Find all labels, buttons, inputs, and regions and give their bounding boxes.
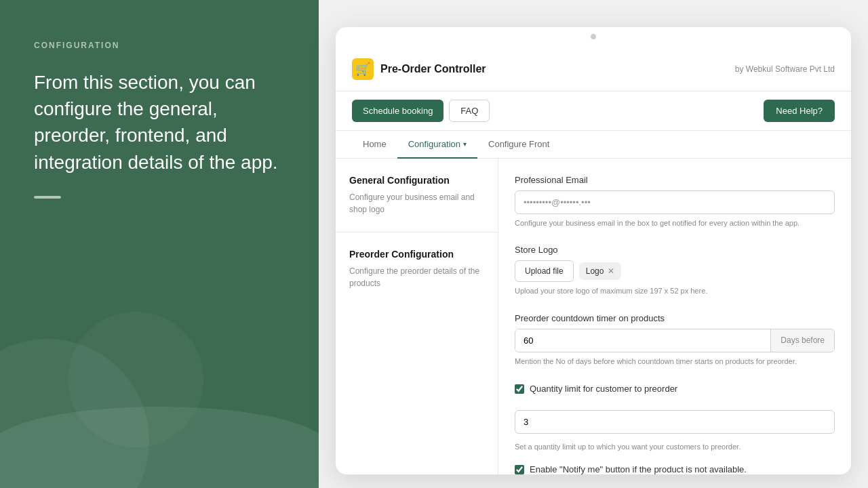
upload-file-button[interactable]: Upload file (515, 260, 574, 282)
tab-configure-front[interactable]: Configure Front (477, 131, 560, 159)
tab-configuration[interactable]: Configuration ▾ (397, 131, 477, 159)
store-logo-label: Store Logo (515, 245, 835, 255)
app-header: 🛒 Pre-Order Controller by Webkul Softwar… (336, 47, 851, 92)
toolbar-left: Schedule booking FAQ (352, 100, 490, 122)
logo-area: Upload file Logo ✕ (515, 260, 835, 282)
notify-me-row: Enable "Notify me" button if the product… (515, 464, 835, 474)
nav-tabs: Home Configuration ▾ Configure Front (336, 131, 851, 159)
app-icon: 🛒 (352, 58, 374, 80)
professional-email-label: Professional Email (515, 175, 835, 185)
general-config-title: General Configuration (349, 175, 484, 186)
tab-home[interactable]: Home (352, 131, 397, 159)
quantity-limit-input[interactable] (515, 410, 835, 434)
countdown-suffix: Days before (770, 329, 834, 352)
form-area: Professional Email Configure your busine… (498, 159, 851, 474)
preorder-config-desc: Configure the preorder details of the pr… (349, 265, 484, 289)
app-title: Pre-Order Controller (380, 63, 486, 75)
professional-email-input[interactable] (515, 190, 835, 214)
store-logo-group: Store Logo Upload file Logo ✕ Upload you… (515, 245, 835, 296)
quantity-limit-label[interactable]: Quantity limit for customer to preorder (530, 383, 677, 395)
schedule-booking-button[interactable]: Schedule booking (352, 100, 443, 122)
by-text: by Webkul Software Pvt Ltd (735, 64, 835, 74)
quantity-limit-hint: Set a quantity limit up to which you wan… (515, 442, 835, 452)
chevron-down-icon: ▾ (463, 140, 467, 148)
professional-email-hint: Configure your business email in the box… (515, 218, 835, 228)
quantity-limit-row: Quantity limit for customer to preorder (515, 383, 835, 395)
description-text: From this section, you can configure the… (34, 69, 285, 176)
countdown-input[interactable] (515, 329, 770, 352)
quantity-limit-checkbox[interactable] (515, 384, 524, 394)
faq-button[interactable]: FAQ (449, 100, 490, 122)
app-header-left: 🛒 Pre-Order Controller (352, 58, 486, 80)
logo-chip: Logo ✕ (579, 262, 622, 280)
professional-email-group: Professional Email Configure your busine… (515, 175, 835, 228)
dot-indicator (591, 34, 596, 39)
remove-logo-button[interactable]: ✕ (608, 266, 614, 276)
preorder-config-title: Preorder Configuration (349, 249, 484, 260)
countdown-input-row: Days before (515, 329, 835, 352)
need-help-button[interactable]: Need Help? (764, 100, 835, 122)
app-card: 🛒 Pre-Order Controller by Webkul Softwar… (336, 27, 851, 474)
right-panel: 🛒 Pre-Order Controller by Webkul Softwar… (319, 0, 868, 488)
preorder-config-section: Preorder Configuration Configure the pre… (336, 232, 498, 306)
store-logo-hint: Upload your store logo of maximum size 1… (515, 286, 835, 296)
notify-me-label[interactable]: Enable "Notify me" button if the product… (530, 464, 747, 474)
logo-chip-label: Logo (586, 266, 604, 276)
left-panel: CONFIGURATION From this section, you can… (0, 0, 319, 488)
countdown-timer-group: Preorder countdown timer on products Day… (515, 313, 835, 367)
notify-me-checkbox[interactable] (515, 465, 524, 474)
countdown-hint: Mention the No of days before which coun… (515, 357, 835, 367)
config-label: CONFIGURATION (34, 41, 285, 50)
general-config-section: General Configuration Configure your bus… (336, 159, 498, 232)
main-content: General Configuration Configure your bus… (336, 159, 851, 474)
divider (34, 196, 61, 199)
section-sidebar-wrapper: General Configuration Configure your bus… (336, 159, 498, 474)
dot-indicator-area (336, 27, 851, 47)
general-config-desc: Configure your business email and shop l… (349, 191, 484, 216)
toolbar: Schedule booking FAQ Need Help? (336, 92, 851, 131)
countdown-timer-label: Preorder countdown timer on products (515, 313, 835, 323)
